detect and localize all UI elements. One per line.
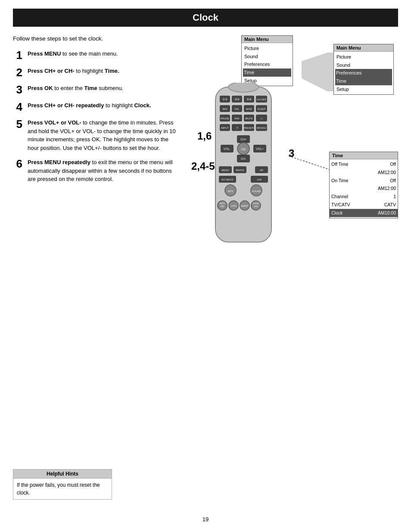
hints-body: If the power fails, you must reset the c… bbox=[13, 479, 112, 499]
menu2-item-sound: Sound bbox=[336, 62, 350, 68]
svg-text:CAPS: CAPS bbox=[230, 205, 237, 207]
step-4-text: Press CH+ or CH- repeatedly to highlight… bbox=[28, 101, 151, 110]
menu1-item-picture: Picture bbox=[244, 46, 259, 51]
menu1-item-setup: Setup bbox=[244, 78, 257, 83]
time-menu-row-offtime: Off TimeOff bbox=[330, 160, 398, 168]
steps-list: 1 Press MENU to see the main menu. 2 Pre… bbox=[13, 50, 177, 184]
svg-text:INFO/GUI: INFO/GUI bbox=[257, 127, 266, 129]
menu2-item-setup: Setup bbox=[336, 87, 349, 92]
svg-text:PAUSE: PAUSE bbox=[221, 117, 229, 120]
svg-text:FAL: FAL bbox=[235, 108, 240, 110]
hints-header: Helpful Hints bbox=[13, 470, 112, 479]
menu1-item-time: Time bbox=[243, 68, 291, 77]
time-menu-row-clock: ClockAM10:00 bbox=[330, 209, 398, 217]
svg-text:CH-: CH- bbox=[241, 157, 246, 160]
step-5-number: 5 bbox=[13, 118, 22, 130]
step-4-number: 4 bbox=[13, 101, 22, 112]
step-1-number: 1 bbox=[13, 50, 22, 61]
svg-text:CH+: CH+ bbox=[240, 138, 246, 141]
step-6-number: 6 bbox=[13, 158, 22, 169]
step-label-245: 2,4-5 bbox=[191, 160, 215, 172]
step-3-text: Press OK to enter the Time submenu. bbox=[28, 84, 123, 93]
menu1-item-preferences: Preferences bbox=[244, 62, 270, 67]
svg-text:MENU: MENU bbox=[221, 169, 229, 171]
svg-text:MTS: MTS bbox=[228, 190, 234, 193]
svg-text:INSERT: INSERT bbox=[241, 205, 249, 207]
menu2-item-picture: Picture bbox=[336, 54, 351, 59]
svg-text:OK: OK bbox=[260, 169, 264, 171]
svg-text:VOL+: VOL+ bbox=[256, 147, 264, 150]
svg-text:①②: ①② bbox=[222, 98, 227, 101]
svg-text:PAD: PAD bbox=[221, 205, 225, 208]
page-number: 19 bbox=[0, 516, 411, 523]
step-6: 6 Press MENU repeatedly to exit the menu… bbox=[13, 158, 177, 184]
svg-text:DAR: DAR bbox=[254, 205, 258, 208]
step-5-text: Press VOL+ or VOL- to change the time in… bbox=[28, 118, 177, 152]
hints-box: Helpful Hints If the power fails, you mu… bbox=[13, 469, 112, 500]
time-menu-row-ontime-val: AM12:00 bbox=[330, 184, 398, 193]
svg-text:⑦: ⑦ bbox=[236, 127, 238, 129]
menu1-item-sound: Sound bbox=[244, 54, 258, 59]
main-menu-1-header: Main Menu bbox=[242, 36, 293, 43]
svg-text:SLEEP: SLEEP bbox=[257, 108, 265, 110]
instructions-panel: Follow these steps to set the clock. 1 P… bbox=[13, 35, 177, 259]
time-menu: Time Off TimeOff AM12:00 On TimeOff AM12… bbox=[329, 152, 398, 218]
svg-text:WHITE: WHITE bbox=[236, 169, 244, 171]
step-2-text: Press CH+ or CH- to highlight Time. bbox=[28, 67, 119, 75]
time-menu-row-channel: Channel1 bbox=[330, 193, 398, 201]
main-menu-1-body: Picture Sound Preferences Time Setup bbox=[242, 43, 293, 86]
time-menu-header: Time bbox=[330, 152, 398, 159]
svg-text:INPUT: INPUT bbox=[221, 127, 229, 129]
step-2-number: 2 bbox=[13, 67, 22, 78]
time-menu-row-tvcatv: TV/CATVCATV bbox=[330, 201, 398, 209]
step-4: 4 Press CH+ or CH- repeatedly to highlig… bbox=[13, 101, 177, 112]
main-menu-2-header: Main Menu bbox=[334, 44, 393, 52]
step-3: 3 Press OK to enter the Time submenu. bbox=[13, 84, 177, 95]
step-label-3: 3 bbox=[289, 147, 294, 159]
svg-text:③④: ③④ bbox=[234, 98, 240, 101]
svg-text:☺: ☺ bbox=[260, 117, 263, 120]
svg-text:MAI: MAI bbox=[223, 108, 227, 110]
diagram-area: Main Menu Picture Sound Preferences Time… bbox=[185, 35, 398, 259]
svg-text:PRESETS: PRESETS bbox=[243, 127, 255, 129]
step-3-number: 3 bbox=[13, 84, 22, 95]
svg-text:CH-OFF: CH-OFF bbox=[257, 98, 267, 101]
time-menu-row-offtime-val: AM12:00 bbox=[330, 168, 398, 177]
main-menu-2-body: Picture Sound Preferences Time Setup bbox=[334, 52, 393, 94]
time-menu-row-ontime: On TimeOff bbox=[330, 177, 398, 185]
menu2-item-preferences: Preferences bbox=[335, 69, 392, 77]
step-1: 1 Press MENU to see the main menu. bbox=[13, 50, 177, 61]
intro-text: Follow these steps to set the clock. bbox=[13, 35, 177, 42]
page-title: Clock bbox=[13, 9, 398, 27]
svg-text:GO BACK: GO BACK bbox=[221, 178, 233, 181]
step-2: 2 Press CH+ or CH- to highlight Time. bbox=[13, 67, 177, 78]
svg-text:CALEN: CALEN bbox=[252, 202, 259, 205]
step-label-16: 1,6 bbox=[197, 130, 212, 142]
step-5: 5 Press VOL+ or VOL- to change the time … bbox=[13, 118, 177, 152]
main-menu-2: Main Menu Picture Sound Preferences Time… bbox=[333, 44, 394, 95]
svg-text:MUTE: MUTE bbox=[246, 117, 253, 120]
svg-text:⑤⑥: ⑤⑥ bbox=[246, 98, 252, 101]
main-menu-1: Main Menu Picture Sound Preferences Time… bbox=[241, 35, 293, 86]
svg-text:NOTE: NOTE bbox=[220, 202, 225, 205]
svg-text:FAV: FAV bbox=[235, 117, 240, 120]
svg-point-3 bbox=[228, 83, 258, 92]
step-1-text: Press MENU to see the main menu. bbox=[28, 50, 118, 58]
svg-text:WAR: WAR bbox=[246, 108, 252, 110]
time-menu-body: Off TimeOff AM12:00 On TimeOff AM12:00 C… bbox=[330, 159, 398, 218]
svg-text:FAV: FAV bbox=[257, 178, 262, 181]
menu2-item-time: Time bbox=[335, 77, 392, 85]
svg-text:OK: OK bbox=[241, 148, 246, 151]
svg-text:VOL-: VOL- bbox=[224, 147, 231, 150]
svg-text:SOUND: SOUND bbox=[252, 190, 261, 193]
step-6-text: Press MENU repeatedly to exit the menu o… bbox=[28, 158, 177, 184]
remote-control: ①② ③④ ⑤⑥ CH-OFF MAI FAL WAR SLEEP PAUSE bbox=[207, 83, 280, 248]
